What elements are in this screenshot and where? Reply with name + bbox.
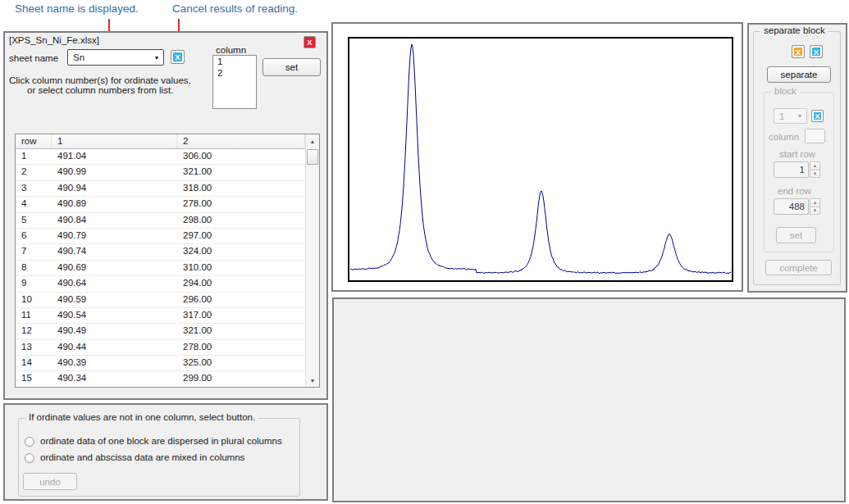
radio-dispersed-columns[interactable] [25, 437, 34, 447]
table-row[interactable]: 11490.54317.00 [16, 308, 319, 324]
table-cell[interactable]: 491.04 [52, 149, 177, 164]
block-set-button[interactable]: set [776, 227, 816, 243]
radio-mixed-columns[interactable] [25, 453, 34, 463]
table-cell[interactable]: 490.59 [52, 293, 177, 307]
table-row[interactable]: 9490.64294.00 [16, 276, 319, 292]
reader-panel: [XPS_Sn_Ni_Fe.xlsx] X sheet name Sn ▼ X … [3, 31, 328, 400]
table-cell[interactable]: 490.99 [52, 165, 177, 179]
table-cell[interactable]: 306.00 [177, 149, 305, 164]
table-row[interactable]: 5490.84298.00 [16, 213, 319, 229]
table-row[interactable]: 15490.34299.00 [16, 371, 319, 387]
column-option-2[interactable]: 2 [213, 67, 256, 79]
table-cell[interactable]: 490.64 [52, 276, 177, 291]
annotation-cancel: Cancel results of reading. [172, 2, 298, 15]
table-row[interactable]: 7490.74324.00 [16, 244, 319, 260]
table-header-col2[interactable]: 2 [177, 134, 305, 148]
table-cell[interactable]: 6 [16, 229, 52, 243]
table-cell[interactable]: 325.00 [177, 356, 305, 370]
separate-blue-x-icon[interactable]: X [810, 45, 823, 58]
table-cell[interactable]: 490.39 [52, 356, 177, 370]
table-cell[interactable]: 4 [16, 197, 52, 211]
table-cell[interactable]: 490.44 [52, 340, 177, 355]
table-cell[interactable]: 15 [16, 371, 52, 386]
table-row[interactable]: 13490.44278.00 [16, 340, 319, 356]
table-header-col1[interactable]: 1 [52, 134, 177, 148]
table-cell[interactable]: 278.00 [177, 340, 305, 355]
stepper-up-icon[interactable]: ▲ [810, 161, 820, 170]
table-scrollbar[interactable]: ▲ ▼ [305, 134, 319, 387]
table-cell[interactable]: 321.00 [177, 324, 305, 338]
table-cell[interactable]: 321.00 [177, 165, 305, 179]
block-column-input[interactable] [805, 129, 825, 143]
table-cell[interactable]: 490.94 [52, 181, 177, 196]
table-cell[interactable]: 294.00 [177, 276, 305, 291]
column-option-1[interactable]: 1 [213, 56, 256, 67]
table-row[interactable]: 12490.49321.00 [16, 324, 319, 339]
stepper-down-icon[interactable]: ▼ [810, 207, 820, 216]
block-blue-x-icon[interactable]: X [811, 110, 824, 122]
ordinate-options-title: If ordinate values are not in one column… [25, 412, 258, 422]
table-cell[interactable]: 2 [16, 165, 52, 179]
end-row-input[interactable]: 488 [774, 198, 809, 215]
table-cell[interactable]: 12 [16, 324, 52, 338]
block-number-value: 1 [774, 111, 793, 121]
block-number-dropdown[interactable]: 1 ▼ [774, 108, 807, 124]
close-reader-icon[interactable]: X [304, 36, 316, 48]
table-cell[interactable]: 297.00 [177, 229, 305, 243]
table-row[interactable]: 3490.94318.00 [16, 181, 319, 197]
table-cell[interactable]: 299.00 [177, 371, 305, 386]
complete-button[interactable]: complete [765, 260, 832, 275]
table-cell[interactable]: 317.00 [177, 308, 305, 323]
table-cell[interactable]: 490.89 [52, 197, 177, 211]
table-cell[interactable]: 490.84 [52, 213, 177, 228]
result-panel-empty [332, 297, 846, 502]
table-cell[interactable]: 7 [16, 244, 52, 259]
table-cell[interactable]: 298.00 [177, 213, 305, 228]
scrollbar-thumb[interactable] [307, 149, 318, 165]
table-row[interactable]: 10490.59296.00 [16, 293, 319, 308]
table-cell[interactable]: 490.79 [52, 229, 177, 243]
table-cell[interactable]: 490.74 [52, 244, 177, 259]
scroll-down-icon[interactable]: ▼ [306, 374, 319, 387]
table-cell[interactable]: 490.69 [52, 261, 177, 275]
end-row-stepper[interactable]: ▲ ▼ [810, 198, 820, 215]
table-cell[interactable]: 1 [16, 149, 52, 164]
table-row[interactable]: 8490.69310.00 [16, 261, 319, 276]
table-cell[interactable]: 5 [16, 213, 52, 228]
table-cell[interactable]: 310.00 [177, 261, 305, 275]
table-row[interactable]: 2490.99321.00 [16, 165, 319, 180]
table-cell[interactable]: 13 [16, 340, 52, 355]
scroll-up-icon[interactable]: ▲ [306, 134, 319, 148]
table-cell[interactable]: 3 [16, 181, 52, 196]
table-cell[interactable]: 278.00 [177, 197, 305, 211]
stepper-up-icon[interactable]: ▲ [810, 198, 820, 207]
table-cell[interactable]: 318.00 [177, 181, 305, 196]
separate-button[interactable]: separate [767, 66, 831, 83]
table-cell[interactable]: 11 [16, 308, 52, 323]
table-row[interactable]: 1491.04306.00 [16, 149, 319, 165]
start-row-stepper[interactable]: ▲ ▼ [810, 161, 820, 178]
table-row[interactable]: 4490.89278.00 [16, 197, 319, 212]
table-cell[interactable]: 296.00 [177, 293, 305, 307]
column-listbox[interactable]: 1 2 [212, 55, 257, 109]
set-columns-button[interactable]: set [262, 58, 321, 76]
table-cell[interactable]: 8 [16, 261, 52, 275]
start-row-input[interactable]: 1 [774, 161, 809, 178]
table-cell[interactable]: 490.54 [52, 308, 177, 323]
chevron-down-icon: ▼ [150, 55, 163, 61]
table-cell[interactable]: 14 [16, 356, 52, 370]
sheet-name-value: Sn [68, 52, 150, 62]
table-cell[interactable]: 9 [16, 276, 52, 291]
stepper-down-icon[interactable]: ▼ [810, 170, 820, 179]
table-cell[interactable]: 490.34 [52, 371, 177, 386]
table-row[interactable]: 14490.39325.00 [16, 356, 319, 371]
table-cell[interactable]: 490.49 [52, 324, 177, 338]
table-cell[interactable]: 324.00 [177, 244, 305, 259]
separate-orange-x-icon[interactable]: X [792, 45, 805, 58]
undo-button[interactable]: undo [23, 473, 77, 490]
table-row[interactable]: 6490.79297.00 [16, 229, 319, 244]
sheet-name-dropdown[interactable]: Sn ▼ [67, 49, 164, 66]
table-cell[interactable]: 10 [16, 293, 52, 307]
instruction-line2: or select column numbers from list. [27, 85, 173, 95]
cancel-reading-icon[interactable]: X [171, 50, 185, 64]
